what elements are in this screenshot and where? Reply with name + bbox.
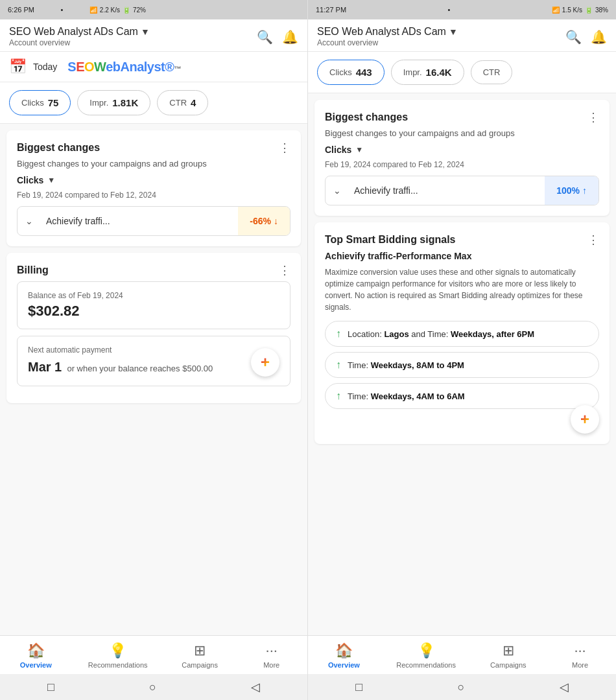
right-signal-row-2[interactable]: ↑ Time: Weekdays, 4AM to 6AM [325, 383, 599, 409]
left-next-label: Next automatic payment [28, 345, 279, 355]
right-signal-row-0[interactable]: ↑ Location: Lagos and Time: Weekdays, af… [325, 321, 599, 347]
left-search-icon[interactable]: 🔍 [257, 29, 273, 45]
left-biggest-changes-card: Biggest changes ⋮ Biggest changes to you… [6, 130, 301, 246]
right-signal-text-2: Time: Weekdays, 4AM to 6AM [348, 391, 465, 401]
right-search-icon[interactable]: 🔍 [565, 29, 582, 45]
left-plus-icon: + [261, 353, 270, 371]
right-smart-bidding-title: Top Smart Bidding signals [325, 234, 456, 246]
left-nav-more[interactable]: ··· More [252, 642, 291, 669]
left-square-btn[interactable]: □ [47, 681, 54, 694]
right-battery-pct: 38% [595, 6, 608, 14]
right-ctr-label: CTR [483, 67, 501, 77]
left-battery-icon: 🔋 [123, 6, 130, 14]
right-clicks-label: Clicks [329, 67, 352, 77]
left-more-icon: ··· [266, 642, 278, 659]
left-header-title: SEO Web Analyst ADs Cam [9, 26, 138, 38]
left-change-row[interactable]: ⌄ Achievify traffi... -66% ↓ [17, 206, 290, 236]
right-signal-text-0: Location: Lagos and Time: Weekdays, afte… [348, 329, 534, 339]
left-back-btn[interactable]: ◁ [251, 680, 260, 694]
right-home-icon: 🏠 [335, 642, 353, 659]
left-next-value: Mar 1 or when your balance reaches $500.… [28, 360, 213, 375]
right-change-value: 100% ↑ [545, 176, 598, 205]
right-battery-icon: 🔋 [585, 6, 593, 14]
left-header-dropdown-icon[interactable]: ▼ [141, 27, 150, 37]
left-header: SEO Web Analyst ADs Cam ▼ Account overvi… [0, 19, 307, 52]
left-metric-arrow: ▼ [47, 176, 55, 185]
right-signal-text-1: Time: Weekdays, 8AM to 4PM [348, 360, 464, 370]
right-header-dropdown-icon[interactable]: ▼ [449, 27, 458, 37]
left-biggest-changes-title: Biggest changes [17, 142, 100, 154]
left-time: 6:26 PM [8, 6, 34, 14]
right-status-bar: 11:27 PM • 📶 1.5 K/s 🔋 38% [308, 0, 616, 19]
right-bidding-fab[interactable]: + [571, 405, 599, 434]
left-nav-overview[interactable]: 🏠 Overview [16, 642, 55, 669]
right-signal-up-icon-0: ↑ [336, 328, 341, 340]
right-signal-row-1[interactable]: ↑ Time: Weekdays, 8AM to 4PM [325, 352, 599, 378]
left-stats-row: Clicks 75 Impr. 1.81K CTR 4 [0, 82, 307, 124]
left-circle-btn[interactable]: ○ [149, 681, 156, 694]
right-bell-icon[interactable]: 🔔 [591, 29, 607, 45]
right-smart-bidding-menu[interactable]: ⋮ [587, 233, 599, 247]
left-wifi-icon: 📶 [89, 6, 97, 14]
right-change-expand-icon[interactable]: ⌄ [326, 176, 349, 205]
right-biggest-changes-title: Biggest changes [325, 111, 408, 123]
left-billing-title: Billing [17, 264, 49, 276]
left-nav-campaigns[interactable]: ⊞ Campaigns [180, 642, 219, 669]
left-billing-fab[interactable]: + [251, 348, 279, 377]
right-signal-up-icon-1: ↑ [336, 359, 341, 371]
left-clicks-pill[interactable]: Clicks 75 [9, 90, 71, 115]
right-nav-campaigns[interactable]: ⊞ Campaigns [489, 642, 528, 669]
right-overview-label: Overview [328, 661, 360, 669]
left-clicks-label: Clicks [21, 98, 44, 108]
left-header-subtitle: Account overview [9, 38, 150, 47]
left-change-expand-icon[interactable]: ⌄ [18, 207, 41, 235]
left-change-value: -66% ↓ [238, 207, 290, 235]
left-status-dot: • [60, 6, 63, 14]
right-wifi-icon: 📶 [552, 6, 560, 14]
left-impr-pill[interactable]: Impr. 1.81K [77, 90, 150, 115]
right-recommendations-label: Recommendations [396, 661, 456, 669]
right-back-btn[interactable]: ◁ [560, 680, 569, 694]
right-header-subtitle: Account overview [317, 38, 458, 47]
left-data-speed: 2.2 K/s [100, 6, 120, 14]
left-nav-recommendations[interactable]: 💡 Recommendations [88, 642, 148, 669]
right-clicks-pill[interactable]: Clicks 443 [317, 60, 385, 85]
left-impr-value: 1.81K [112, 97, 138, 108]
left-brand-banner: 📅 Today SEOWebAnalyst®™ [0, 52, 307, 82]
left-balance-label: Balance as of Feb 19, 2024 [28, 291, 279, 300]
right-ctr-pill[interactable]: CTR [471, 60, 513, 84]
left-overview-label: Overview [20, 661, 52, 669]
right-nav-recommendations[interactable]: 💡 Recommendations [396, 642, 456, 669]
right-biggest-changes-menu[interactable]: ⋮ [587, 110, 599, 124]
right-metric-label: Clicks [325, 145, 351, 155]
right-circle-btn[interactable]: ○ [457, 681, 464, 694]
right-metric-arrow: ▼ [355, 145, 363, 154]
right-impr-pill[interactable]: Impr. 16.4K [391, 60, 464, 85]
right-change-row[interactable]: ⌄ Achievify traffi... 100% ↑ [325, 176, 599, 205]
left-bell-icon[interactable]: 🔔 [282, 29, 298, 45]
right-clicks-dropdown[interactable]: Clicks ▼ [325, 145, 599, 155]
right-stats-row: Clicks 443 Impr. 16.4K CTR [308, 52, 616, 93]
right-bulb-icon: 💡 [418, 642, 435, 659]
right-square-btn[interactable]: □ [355, 681, 362, 694]
left-clicks-value: 75 [48, 97, 59, 108]
left-ctr-pill[interactable]: CTR 4 [157, 90, 208, 115]
right-campaigns-label: Campaigns [490, 661, 527, 669]
left-calendar-icon: 📅 [9, 58, 27, 75]
right-biggest-changes-card: Biggest changes ⋮ Biggest changes to you… [314, 100, 610, 216]
right-nav-overview[interactable]: 🏠 Overview [324, 642, 363, 669]
left-metric-label: Clicks [17, 175, 43, 185]
left-clicks-dropdown[interactable]: Clicks ▼ [17, 175, 290, 185]
left-next-payment-box: Next automatic payment Mar 1 or when you… [17, 336, 290, 386]
right-time: 11:27 PM [316, 6, 346, 14]
left-today-label: Today [33, 62, 57, 72]
left-ctr-label: CTR [169, 98, 187, 108]
right-bidding-description: Maximize conversion value uses these and… [325, 266, 599, 313]
right-panel: 11:27 PM • 📶 1.5 K/s 🔋 38% SEO Web Analy… [308, 0, 616, 700]
right-plus-icon: + [580, 410, 589, 428]
left-billing-menu[interactable]: ⋮ [279, 263, 290, 277]
left-panel: 6:26 PM • 📶 2.2 K/s 🔋 72% SEO Web Analys… [0, 0, 308, 700]
right-nav-more[interactable]: ··· More [561, 642, 600, 669]
left-date-comparison: Feb 19, 2024 compared to Feb 12, 2024 [17, 191, 290, 200]
left-biggest-changes-menu[interactable]: ⋮ [279, 141, 290, 155]
